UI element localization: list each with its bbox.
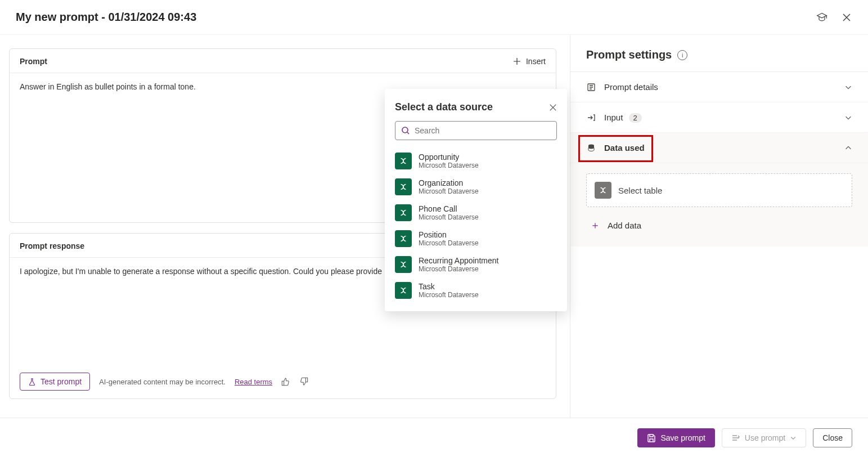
dataverse-icon <box>395 153 412 169</box>
chevron-down-icon <box>844 114 852 122</box>
data-source-sub: Microsoft Dataverse <box>419 162 479 169</box>
dataverse-icon <box>395 256 412 273</box>
search-box[interactable] <box>395 121 557 140</box>
data-source-name: Opportunity <box>419 153 479 162</box>
top-bar: My new prompt - 01/31/2024 09:43 <box>0 0 868 35</box>
data-source-sub: Microsoft Dataverse <box>419 187 479 195</box>
dataverse-icon <box>395 282 412 299</box>
plus-icon: ＋ <box>590 218 601 232</box>
data-source-name: Position <box>419 230 479 239</box>
data-source-name: Phone Call <box>419 204 479 213</box>
data-source-sub: Microsoft Dataverse <box>419 291 479 299</box>
info-icon[interactable]: i <box>677 50 687 60</box>
chevron-up-icon <box>844 144 852 152</box>
database-icon <box>586 144 596 153</box>
settings-panel: Prompt settings i Prompt details Input 2 <box>570 35 868 418</box>
popup-title: Select a data source <box>395 101 549 113</box>
thumbs-up-icon[interactable] <box>281 377 290 386</box>
dataverse-icon <box>395 204 412 221</box>
popup-close-icon[interactable] <box>549 104 557 111</box>
dataverse-icon <box>395 178 412 195</box>
plus-icon <box>512 57 521 66</box>
data-source-sub: Microsoft Dataverse <box>419 265 498 273</box>
dataverse-icon <box>595 182 611 199</box>
data-source-item[interactable]: Position Microsoft Dataverse <box>395 226 557 252</box>
data-source-popup: Select a data source Opportunity Microso… <box>385 89 567 311</box>
settings-row-data-used[interactable]: Data used <box>570 133 868 163</box>
flask-icon <box>28 378 36 386</box>
use-prompt-button[interactable]: Use prompt <box>722 428 806 447</box>
data-source-name: Recurring Appointment <box>419 256 498 265</box>
bottom-bar: Save prompt Use prompt Close <box>0 418 868 457</box>
chevron-down-icon <box>790 434 797 441</box>
select-table-button[interactable]: Select table <box>586 173 852 207</box>
close-button[interactable]: Close <box>813 428 852 447</box>
top-icons <box>816 12 852 23</box>
settings-header: Prompt settings i <box>570 35 868 72</box>
data-source-sub: Microsoft Dataverse <box>419 239 479 247</box>
settings-title: Prompt settings <box>586 48 672 61</box>
data-source-list: Opportunity Microsoft Dataverse Organiza… <box>395 148 557 303</box>
settings-row-input[interactable]: Input 2 <box>570 102 868 133</box>
page-title: My new prompt - 01/31/2024 09:43 <box>16 11 816 24</box>
save-icon <box>647 433 656 442</box>
data-source-item[interactable]: Task Microsoft Dataverse <box>395 277 557 303</box>
data-source-item[interactable]: Recurring Appointment Microsoft Datavers… <box>395 252 557 277</box>
use-icon <box>731 433 740 442</box>
dataverse-icon <box>395 230 412 247</box>
search-input[interactable] <box>415 126 551 135</box>
popup-header: Select a data source <box>395 101 557 113</box>
data-source-item[interactable]: Phone Call Microsoft Dataverse <box>395 200 557 226</box>
data-source-item[interactable]: Opportunity Microsoft Dataverse <box>395 148 557 174</box>
data-source-name: Organization <box>419 178 479 187</box>
details-icon <box>586 83 596 92</box>
data-used-content: Select table ＋ Add data <box>570 163 868 247</box>
prompt-header-label: Prompt <box>20 57 512 66</box>
data-source-item[interactable]: Organization Microsoft Dataverse <box>395 174 557 200</box>
search-icon <box>401 126 410 135</box>
close-icon[interactable] <box>841 12 852 23</box>
data-source-name: Task <box>419 282 479 291</box>
test-prompt-button[interactable]: Test prompt <box>20 373 90 391</box>
thumbs-down-icon[interactable] <box>299 377 308 386</box>
svg-point-2 <box>402 127 408 133</box>
response-footer: Test prompt AI-generated content may be … <box>10 365 556 398</box>
disclaimer-text: AI-generated content may be incorrect. <box>99 378 226 386</box>
chevron-down-icon <box>844 83 852 91</box>
read-terms-link[interactable]: Read terms <box>235 378 272 386</box>
prompt-header: Prompt Insert <box>10 49 556 73</box>
add-data-button[interactable]: ＋ Add data <box>586 207 852 247</box>
insert-label: Insert <box>526 57 546 66</box>
data-source-sub: Microsoft Dataverse <box>419 213 479 221</box>
input-badge: 2 <box>629 113 642 123</box>
insert-button[interactable]: Insert <box>512 57 546 66</box>
settings-row-details[interactable]: Prompt details <box>570 72 868 102</box>
input-icon <box>586 113 596 122</box>
save-prompt-button[interactable]: Save prompt <box>637 428 714 447</box>
learn-icon[interactable] <box>816 12 827 23</box>
